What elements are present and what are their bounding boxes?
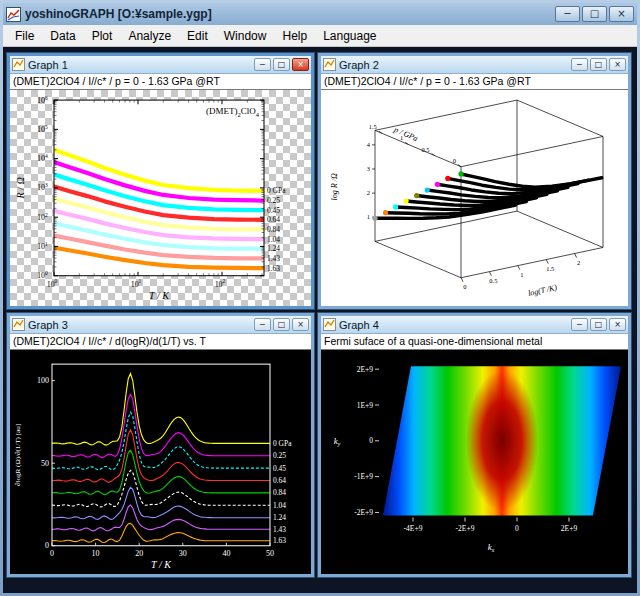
- graph3-titlebar[interactable]: Graph 3 ─ □ ×: [10, 316, 311, 334]
- graph1-titlebar[interactable]: Graph 1 ─ □ ×: [10, 56, 311, 74]
- window-controls: ─ □ ×: [555, 6, 634, 22]
- graph-window-icon: [12, 318, 25, 331]
- svg-text:0.5: 0.5: [489, 277, 497, 284]
- svg-text:10: 10: [92, 549, 100, 558]
- menu-analyze[interactable]: Analyze: [120, 27, 179, 45]
- menu-language[interactable]: Language: [315, 27, 384, 45]
- graph1-plot-area[interactable]: 100101102100101102103104105106T / KR / Ω…: [10, 90, 311, 306]
- menu-window[interactable]: Window: [216, 27, 275, 45]
- graph3-maximize-button[interactable]: □: [273, 318, 290, 331]
- menu-file[interactable]: File: [7, 27, 42, 45]
- svg-text:T / K: T / K: [151, 559, 172, 570]
- window-title: yoshinoGRAPH [O:¥sample.ygp]: [25, 7, 551, 21]
- menu-bar: File Data Plot Analyze Edit Window Help …: [3, 25, 637, 47]
- svg-text:0.84: 0.84: [273, 488, 286, 497]
- graph4-annotation: Fermi suface of a quasi-one-dimensional …: [321, 334, 628, 350]
- graph1-title: Graph 1: [28, 59, 251, 71]
- graph2-plot-area[interactable]: 00.511.5200.511.51234log(T /K)p / GPalog…: [321, 90, 628, 306]
- graph1-minimize-button[interactable]: ─: [254, 58, 271, 71]
- main-titlebar[interactable]: yoshinoGRAPH [O:¥sample.ygp] ─ □ ×: [3, 3, 637, 25]
- svg-text:0.64: 0.64: [273, 476, 286, 485]
- graph2-titlebar[interactable]: Graph 2 ─ □ ×: [321, 56, 628, 74]
- menu-edit[interactable]: Edit: [179, 27, 216, 45]
- graph4-minimize-button[interactable]: ─: [571, 318, 588, 331]
- graph2-close-button[interactable]: ×: [609, 58, 626, 71]
- svg-text:2E+9: 2E+9: [357, 365, 374, 374]
- graph-window-icon: [323, 58, 336, 71]
- svg-text:-2E+9: -2E+9: [354, 508, 373, 517]
- svg-text:1E+9: 1E+9: [357, 400, 374, 409]
- graph1-annotation: (DMET)2ClO4 / I//c* / p = 0 - 1.63 GPa @…: [10, 74, 311, 90]
- svg-text:0.64: 0.64: [267, 215, 280, 224]
- svg-text:1.24: 1.24: [267, 244, 280, 253]
- svg-text:0.25: 0.25: [267, 196, 280, 205]
- svg-text:0: 0: [515, 524, 519, 533]
- svg-text:0.25: 0.25: [273, 451, 286, 460]
- graph4-maximize-button[interactable]: □: [590, 318, 607, 331]
- graph4-window[interactable]: Graph 4 ─ □ × Fermi suface of a quasi-on…: [318, 313, 631, 577]
- svg-text:1.43: 1.43: [267, 254, 280, 263]
- svg-text:30: 30: [179, 549, 187, 558]
- svg-text:0.45: 0.45: [267, 206, 280, 215]
- svg-text:T / K: T / K: [149, 290, 170, 301]
- svg-text:2: 2: [577, 259, 580, 266]
- svg-text:101: 101: [131, 278, 142, 289]
- svg-text:0: 0: [50, 549, 54, 558]
- svg-text:50: 50: [41, 459, 49, 468]
- svg-text:20: 20: [135, 549, 143, 558]
- svg-text:102: 102: [37, 212, 48, 222]
- graph2-window[interactable]: Graph 2 ─ □ × (DMET)2ClO4 / I//c* / p = …: [318, 53, 631, 309]
- graph4-titlebar[interactable]: Graph 4 ─ □ ×: [321, 316, 628, 334]
- graph3-controls: ─ □ ×: [254, 318, 309, 331]
- svg-text:3: 3: [367, 165, 370, 172]
- svg-text:104: 104: [37, 153, 48, 163]
- svg-text:40: 40: [222, 549, 230, 558]
- graph1-close-button[interactable]: ×: [292, 58, 309, 71]
- graph1-window[interactable]: Graph 1 ─ □ × (DMET)2ClO4 / I//c* / p = …: [7, 53, 314, 309]
- svg-text:1.5: 1.5: [369, 123, 377, 130]
- svg-text:∂logR (Ω)/∂(1/T) [au]: ∂logR (Ω)/∂(1/T) [au]: [14, 424, 22, 486]
- svg-text:1: 1: [367, 213, 370, 220]
- svg-text:101: 101: [37, 241, 48, 251]
- app-icon: [6, 7, 21, 22]
- window-minimize-button[interactable]: ─: [555, 6, 580, 22]
- svg-text:103: 103: [37, 182, 48, 192]
- graph2-controls: ─ □ ×: [571, 58, 626, 71]
- graph2-canvas: 00.511.5200.511.51234log(T /K)p / GPalog…: [321, 90, 628, 306]
- graph3-plot-area[interactable]: 01020304050050100T / K∂logR (Ω)/∂(1/T) […: [10, 350, 311, 574]
- graph1-canvas: 100101102100101102103104105106T / KR / Ω…: [10, 90, 311, 306]
- graph4-canvas: -4E+9-2E+902E+92E+91E+90-1E+9-2E+9kxky: [321, 350, 628, 574]
- graph3-canvas: 01020304050050100T / K∂logR (Ω)/∂(1/T) […: [10, 350, 311, 574]
- svg-text:1.5: 1.5: [546, 265, 554, 272]
- svg-text:0 GPa: 0 GPa: [267, 186, 286, 195]
- menu-plot[interactable]: Plot: [84, 27, 121, 45]
- graph1-maximize-button[interactable]: □: [273, 58, 290, 71]
- graph4-plot-area[interactable]: -4E+9-2E+902E+92E+91E+90-1E+9-2E+9kxky: [321, 350, 628, 574]
- graph2-minimize-button[interactable]: ─: [571, 58, 588, 71]
- svg-text:0.5: 0.5: [422, 145, 430, 152]
- svg-text:1: 1: [520, 271, 523, 278]
- svg-text:-4E+9: -4E+9: [404, 524, 423, 533]
- graph2-annotation: (DMET)2ClO4 / I//c* / p = 0 - 1.63 GPa @…: [321, 74, 628, 90]
- svg-text:50: 50: [266, 549, 274, 558]
- graph4-close-button[interactable]: ×: [609, 318, 626, 331]
- svg-text:1.04: 1.04: [267, 235, 280, 244]
- graph3-title: Graph 3: [28, 319, 251, 331]
- graph-window-icon: [12, 58, 25, 71]
- window-close-button[interactable]: ×: [609, 6, 634, 22]
- svg-text:log R /Ω: log R /Ω: [330, 173, 339, 201]
- menu-help[interactable]: Help: [274, 27, 315, 45]
- graph2-maximize-button[interactable]: □: [590, 58, 607, 71]
- svg-text:1.24: 1.24: [273, 513, 286, 522]
- svg-text:1.63: 1.63: [273, 536, 286, 545]
- svg-text:105: 105: [37, 124, 48, 134]
- svg-text:R / Ω: R / Ω: [15, 177, 26, 199]
- svg-text:106: 106: [37, 95, 48, 105]
- menu-data[interactable]: Data: [42, 27, 83, 45]
- window-maximize-button[interactable]: □: [582, 6, 607, 22]
- application-window: yoshinoGRAPH [O:¥sample.ygp] ─ □ × File …: [0, 0, 640, 596]
- graph4-controls: ─ □ ×: [571, 318, 626, 331]
- graph3-window[interactable]: Graph 3 ─ □ × (DMET)2ClO4 / I//c* / d(lo…: [7, 313, 314, 577]
- graph3-close-button[interactable]: ×: [292, 318, 309, 331]
- graph3-minimize-button[interactable]: ─: [254, 318, 271, 331]
